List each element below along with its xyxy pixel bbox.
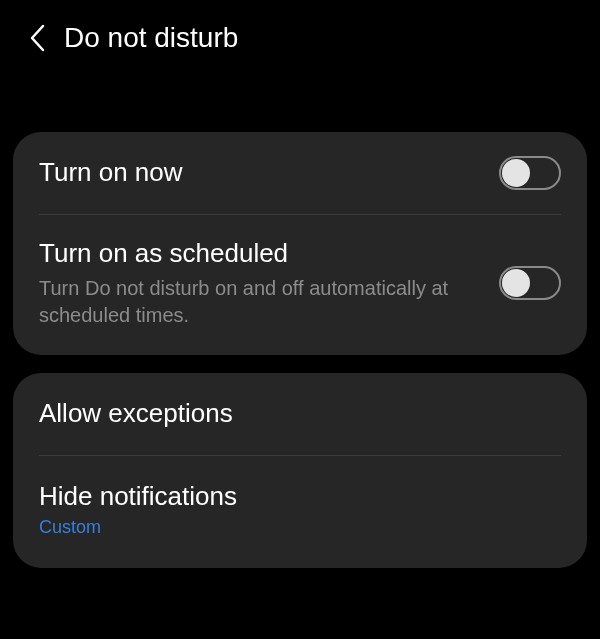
header: Do not disturb (0, 0, 600, 72)
row-turn-on-now[interactable]: Turn on now (13, 132, 587, 214)
row-allow-exceptions[interactable]: Allow exceptions (13, 373, 587, 455)
row-hide-notifications[interactable]: Hide notifications Custom (13, 456, 587, 569)
scheduled-sublabel: Turn Do not disturb on and off automatic… (39, 275, 479, 329)
scheduled-label: Turn on as scheduled (39, 237, 479, 271)
hide-notifications-label: Hide notifications (39, 480, 541, 514)
turn-on-now-toggle[interactable] (499, 156, 561, 190)
turn-on-now-label: Turn on now (39, 156, 479, 190)
settings-card-2: Allow exceptions Hide notifications Cust… (13, 373, 587, 569)
toggle-knob (502, 159, 530, 187)
row-text: Hide notifications Custom (39, 480, 561, 539)
scheduled-toggle[interactable] (499, 266, 561, 300)
row-text: Turn on as scheduled Turn Do not disturb… (39, 237, 499, 329)
back-icon[interactable] (28, 23, 46, 53)
row-text: Turn on now (39, 156, 499, 190)
hide-notifications-value: Custom (39, 517, 541, 538)
settings-card-1: Turn on now Turn on as scheduled Turn Do… (13, 132, 587, 355)
row-text: Allow exceptions (39, 397, 561, 431)
toggle-knob (502, 269, 530, 297)
allow-exceptions-label: Allow exceptions (39, 397, 541, 431)
page-title: Do not disturb (64, 22, 238, 54)
row-turn-on-scheduled[interactable]: Turn on as scheduled Turn Do not disturb… (13, 215, 587, 355)
